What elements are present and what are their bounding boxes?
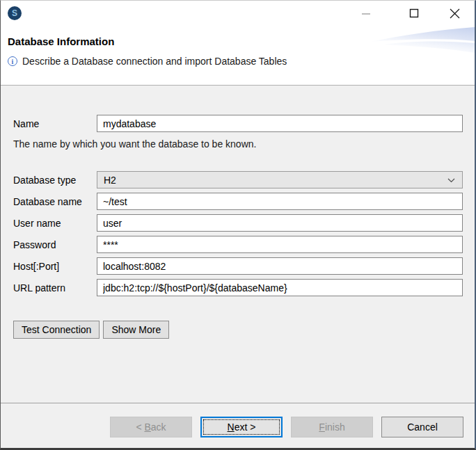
user-name-label: User name <box>13 218 97 229</box>
host-port-label: Host[:Port] <box>13 261 97 272</box>
wizard-description: Describe a Database connection and impor… <box>22 56 287 67</box>
info-icon: i <box>8 56 17 66</box>
cancel-button[interactable]: Cancel <box>381 417 463 437</box>
password-label: Password <box>13 239 97 250</box>
name-help-text: The name by which you want the database … <box>13 138 463 150</box>
show-more-button[interactable]: Show More <box>103 321 169 339</box>
next-button[interactable]: Next > <box>200 417 283 437</box>
back-button[interactable]: < Back <box>110 417 192 437</box>
database-type-value: H2 <box>104 175 116 186</box>
database-name-label: Database name <box>13 196 97 207</box>
password-input[interactable] <box>97 236 463 253</box>
title-bar: S <box>1 1 475 26</box>
banner-swoosh-decoration <box>370 26 475 54</box>
host-port-input[interactable] <box>97 257 463 275</box>
url-pattern-label: URL pattern <box>13 282 97 294</box>
minimize-icon[interactable] <box>357 8 375 19</box>
button-bar: < Back Next > Finish Cancel <box>1 403 475 448</box>
wizard-banner: Database Information i Describe a Databa… <box>1 26 475 86</box>
database-type-select[interactable]: H2 <box>97 171 463 188</box>
form-area: Name The name by which you want the data… <box>1 86 475 403</box>
dialog-window: S <box>0 0 476 450</box>
url-pattern-input[interactable] <box>97 279 463 296</box>
close-icon[interactable] <box>445 8 463 19</box>
name-label: Name <box>13 118 97 129</box>
user-name-input[interactable] <box>97 214 463 232</box>
test-connection-button[interactable]: Test Connection <box>13 321 100 339</box>
page-title: Database Information <box>8 35 114 47</box>
chevron-down-icon <box>447 178 455 183</box>
database-name-input[interactable] <box>97 193 463 210</box>
finish-button[interactable]: Finish <box>291 417 373 437</box>
app-icon: S <box>8 6 22 20</box>
name-input[interactable] <box>97 115 463 132</box>
database-type-label: Database type <box>13 175 97 186</box>
maximize-icon[interactable] <box>405 8 423 19</box>
